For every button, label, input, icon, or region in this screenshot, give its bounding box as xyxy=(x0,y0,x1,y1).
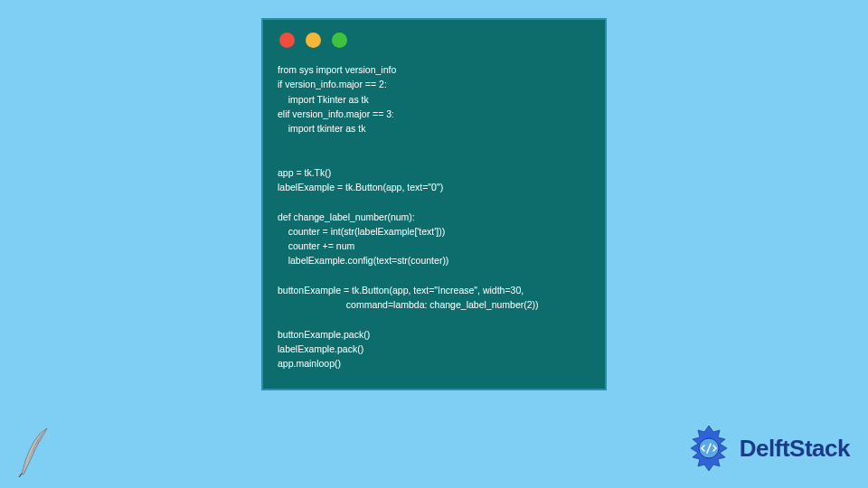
code-line: app = tk.Tk() xyxy=(278,167,331,178)
maximize-icon[interactable] xyxy=(332,33,347,48)
code-line: counter += num xyxy=(278,240,354,251)
code-line: buttonExample = tk.Button(app, text="Inc… xyxy=(278,285,524,296)
code-line: import Tkinter as tk xyxy=(278,94,369,105)
code-line: app.mainloop() xyxy=(278,358,341,369)
minimize-icon[interactable] xyxy=(306,33,321,48)
code-line: from sys import version_info xyxy=(278,64,396,75)
brand-logo-container: DelftStack xyxy=(684,423,850,474)
code-line: command=lambda: change_label_number(2)) xyxy=(278,299,539,310)
code-window: from sys import version_info if version_… xyxy=(261,18,607,390)
code-line: elif version_info.major == 3: xyxy=(278,108,394,119)
code-line: counter = int(str(labelExample['text'])) xyxy=(278,226,445,237)
code-line: labelExample = tk.Button(app, text="0") xyxy=(278,182,443,192)
code-line: buttonExample.pack() xyxy=(278,329,370,340)
code-line: labelExample.pack() xyxy=(278,343,363,354)
code-block: from sys import version_info if version_… xyxy=(278,62,590,371)
delftstack-logo-icon xyxy=(684,423,734,474)
brand-name: DelftStack xyxy=(740,435,850,463)
code-line: import tkinter as tk xyxy=(278,123,365,134)
close-icon[interactable] xyxy=(279,33,295,48)
feather-icon xyxy=(13,425,58,479)
window-controls xyxy=(279,33,590,48)
code-line: def change_label_number(num): xyxy=(278,211,415,222)
code-line: if version_info.major == 2: xyxy=(278,79,387,89)
code-line: labelExample.config(text=str(counter)) xyxy=(278,255,448,266)
